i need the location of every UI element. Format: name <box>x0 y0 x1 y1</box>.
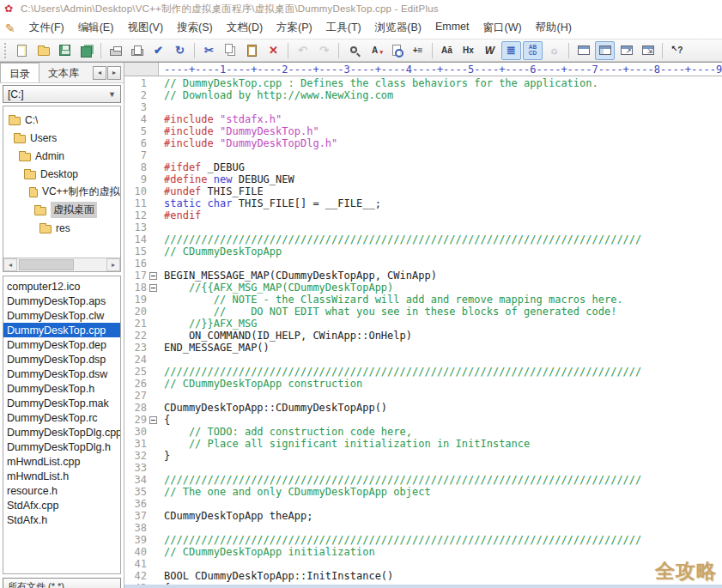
tree-item[interactable]: res <box>3 219 120 237</box>
fold-collapse-icon[interactable] <box>149 416 157 424</box>
line-numbers-button[interactable]: ≣ <box>501 41 521 60</box>
file-list-item[interactable]: DummyDeskTop.cpp <box>3 323 120 337</box>
scroll-left-icon[interactable]: ◂ <box>3 258 17 271</box>
file-list-item[interactable]: resource.h <box>3 483 120 498</box>
undo-icon: ↶ <box>298 45 307 56</box>
cliptext-button[interactable]: AB CD <box>523 41 543 60</box>
save-button[interactable] <box>55 41 75 60</box>
file-list-item[interactable]: DummyDeskTop.dsw <box>3 367 120 381</box>
editor-horizontal-scrollbar[interactable] <box>124 585 722 588</box>
tree-item[interactable]: 虚拟桌面 <box>3 201 120 219</box>
menu-item-1[interactable]: 编辑(E) <box>71 18 121 38</box>
menu-item-3[interactable]: 搜索(S) <box>170 18 220 38</box>
file-list-item[interactable]: mHwndList.cpp <box>3 454 120 469</box>
toolbar-separator <box>194 43 195 58</box>
code-text: BOOL CDummyDeskTopApp::InitInstance() <box>159 570 393 582</box>
line-number: 15 <box>124 246 147 258</box>
scrollbar-track[interactable] <box>17 258 106 271</box>
file-list-item[interactable]: StdAfx.cpp <box>3 498 120 512</box>
undo-button[interactable]: ↶ <box>293 41 312 60</box>
menu-item-9[interactable]: 窗口(W) <box>476 18 528 38</box>
tree-item[interactable]: Users <box>3 129 120 147</box>
code-text: ////////////////////////////////////////… <box>159 366 641 378</box>
tab-cliptext[interactable]: 文本库 <box>39 63 88 82</box>
find-in-files-button[interactable] <box>386 41 406 60</box>
open-file-button[interactable] <box>33 41 53 60</box>
editor-pane[interactable]: ----+----1----+----2----+----3----+----4… <box>124 63 722 588</box>
redo-button[interactable]: ↷ <box>314 41 334 60</box>
file-list-item[interactable]: DummyDeskTopDlg.h <box>3 439 120 454</box>
file-list-item[interactable]: DummyDeskTop.dsp <box>3 352 120 367</box>
line-number: 6 <box>124 137 147 149</box>
menu-item-7[interactable]: 浏览器(B) <box>368 18 428 38</box>
file-list-item[interactable]: DummyDeskTopDlg.cpp <box>3 425 120 439</box>
goto-line-button[interactable]: +≡ <box>408 41 428 60</box>
file-list-item[interactable]: DummyDeskTop.rc <box>3 410 120 425</box>
file-list-item[interactable]: DummyDeskTop.mak <box>3 396 120 410</box>
menu-item-2[interactable]: 视图(V) <box>120 18 170 38</box>
file-list-item[interactable]: DummyDeskTop.h <box>3 381 120 396</box>
menu-item-5[interactable]: 方案(P) <box>270 18 319 38</box>
toolbar-grip-icon[interactable] <box>4 43 9 58</box>
cut-button[interactable]: ✂ <box>199 41 219 60</box>
hex-viewer-button[interactable]: Hx <box>458 41 478 60</box>
fold-collapse-icon[interactable] <box>149 284 157 292</box>
print-button[interactable] <box>106 41 125 60</box>
new-file-button[interactable] <box>12 41 32 60</box>
file-list-item[interactable]: StdAfx.h <box>3 512 120 527</box>
folder-icon <box>14 135 26 143</box>
spell-check-button[interactable]: ✔ <box>149 41 168 60</box>
ruler-row: ----+----1----+----2----+----3----+----4… <box>124 63 722 76</box>
file-list-item[interactable]: mHwndList.h <box>3 469 120 483</box>
code-area[interactable]: 1// DummyDeskTop.cpp : Defines the class… <box>124 76 722 588</box>
menu-item-6[interactable]: 工具(T) <box>319 18 368 38</box>
code-text: #include "DummyDeskTopDlg.h" <box>159 137 337 149</box>
code-text: #define new DEBUG_NEW <box>159 173 294 185</box>
code-line: 30 // TODO: add construction code here, <box>124 426 722 438</box>
line-number: 37 <box>124 510 147 522</box>
tab-scroll-right-button[interactable]: ▸ <box>107 66 121 80</box>
save-all-button[interactable] <box>76 41 96 60</box>
fold-column <box>147 570 159 582</box>
file-list-item[interactable]: computer12.ico <box>3 279 120 294</box>
menu-item-4[interactable]: 文档(D) <box>220 18 270 38</box>
browser-window-button[interactable] <box>616 41 636 60</box>
file-list-item[interactable]: DummyDeskTop.aps <box>3 294 120 308</box>
tab-directory[interactable]: 目录 <box>0 63 39 82</box>
tree-item[interactable]: VC++制作的虚拟桌面程序 <box>3 183 120 201</box>
print-preview-button[interactable] <box>127 41 147 60</box>
drive-selector[interactable]: [C:] ▼ <box>3 85 121 103</box>
preferences-button[interactable]: ☼ <box>544 41 564 60</box>
tree-item[interactable]: Admin <box>3 147 120 165</box>
code-line: 36 <box>124 498 722 510</box>
output-window-button[interactable] <box>573 41 593 60</box>
fullscreen-button[interactable] <box>638 41 658 60</box>
tab-scroll-left-button[interactable]: ◂ <box>93 66 106 80</box>
menu-item-0[interactable]: 文件(F) <box>22 18 71 38</box>
paste-button[interactable] <box>242 41 262 60</box>
menu-item-8[interactable]: Emmet <box>428 18 476 38</box>
scroll-right-icon[interactable]: ▸ <box>106 258 120 271</box>
code-text: ////////////////////////////////////////… <box>159 474 641 486</box>
file-filter-selector[interactable]: 所有文件 (*.*) <box>3 578 121 588</box>
tree-item[interactable]: Desktop <box>3 165 120 183</box>
code-text: // CDummyDeskTopApp <box>159 246 282 258</box>
fold-collapse-icon[interactable] <box>149 272 157 280</box>
menu-item-10[interactable]: 帮助(H) <box>529 18 579 38</box>
fold-column <box>147 378 159 390</box>
replace-button[interactable]: A <box>365 41 385 60</box>
file-list-item[interactable]: DummyDeskTop.dep <box>3 337 120 352</box>
font-button[interactable]: Aā <box>437 41 457 60</box>
find-button[interactable] <box>343 41 363 60</box>
reload-button[interactable]: ↻ <box>170 41 190 60</box>
word-wrap-button[interactable]: W <box>480 41 500 60</box>
side-panel-button[interactable] <box>595 41 615 60</box>
file-list-item[interactable]: DummyDeskTop.clw <box>3 308 120 323</box>
context-help-button[interactable]: ? <box>667 41 687 60</box>
tree-item[interactable]: C:\ <box>3 111 120 129</box>
tree-horizontal-scrollbar[interactable]: ◂ ▸ <box>3 258 120 271</box>
scrollbar-thumb[interactable] <box>19 259 74 270</box>
fold-column <box>147 258 159 270</box>
delete-button[interactable]: ✕ <box>264 41 283 60</box>
copy-button[interactable] <box>221 41 240 60</box>
